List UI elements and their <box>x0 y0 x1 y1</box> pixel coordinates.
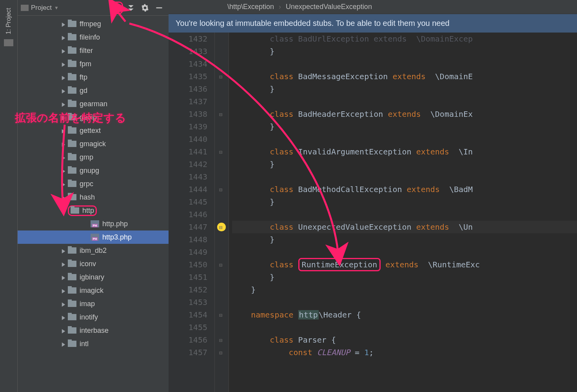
tree-folder[interactable]: gettext <box>18 124 169 137</box>
tree-folder[interactable]: http <box>18 204 169 217</box>
fold-toggle-icon[interactable]: ⊟ <box>217 224 224 231</box>
tree-file[interactable]: http.php <box>18 217 169 230</box>
tree-folder[interactable]: gearman <box>18 97 169 111</box>
tree-folder[interactable]: interbase <box>18 324 169 337</box>
code-line[interactable]: class BadMethodCallException extends \Ba… <box>232 183 577 196</box>
code-line[interactable]: } <box>232 233 577 246</box>
code-line[interactable] <box>232 58 577 70</box>
expand-arrow-icon[interactable] <box>61 328 66 333</box>
code-line[interactable]: } <box>232 45 577 58</box>
code-line[interactable]: } <box>232 283 577 296</box>
tree-item-label: http3.php <box>102 233 132 241</box>
tree-folder[interactable]: ibm_db2 <box>18 244 169 257</box>
expand-arrow-icon[interactable] <box>61 208 66 213</box>
expand-arrow-icon[interactable] <box>83 234 89 240</box>
tree-folder[interactable]: imagick <box>18 284 169 297</box>
fold-toggle-icon[interactable]: ⊟ <box>217 149 224 156</box>
code-line[interactable] <box>232 95 577 108</box>
expand-arrow-icon[interactable] <box>61 141 66 147</box>
code-line[interactable] <box>232 208 577 221</box>
tree-folder[interactable]: hash <box>18 191 169 204</box>
tree-folder[interactable]: gmagick <box>18 137 169 151</box>
expand-arrow-icon[interactable] <box>61 101 66 107</box>
code-editor[interactable]: 1432143314341435143614371438143914401441… <box>169 33 577 392</box>
breadcrumb-segment[interactable]: UnexpectedValueException <box>286 3 372 11</box>
tree-item-label: ftp <box>80 73 87 82</box>
tree-folder[interactable]: gmp <box>18 151 169 164</box>
expand-arrow-icon[interactable] <box>61 181 66 187</box>
project-view-selector[interactable]: Project ▼ <box>21 4 59 12</box>
tree-folder[interactable]: ftp <box>18 71 169 84</box>
code-line[interactable] <box>232 133 577 145</box>
code-line[interactable]: class BadUrlException extends \DomainExc… <box>232 33 577 45</box>
tree-folder[interactable]: gd <box>18 84 169 97</box>
expand-arrow-icon[interactable] <box>61 341 66 347</box>
tree-item-label: gmp <box>80 153 93 162</box>
fold-toggle-icon[interactable]: ⊟ <box>217 261 224 269</box>
expand-arrow-icon[interactable] <box>61 154 66 160</box>
code-line[interactable]: class BadMessageException extends \Domai… <box>232 70 577 83</box>
expand-arrow-icon[interactable] <box>61 74 66 80</box>
folder-icon <box>68 247 76 254</box>
code-line[interactable]: namespace http\Header { <box>232 309 577 321</box>
expand-arrow-icon[interactable] <box>61 128 66 133</box>
fold-toggle-icon[interactable]: ⊟ <box>217 349 224 356</box>
expand-arrow-icon[interactable] <box>61 34 66 40</box>
expand-arrow-icon[interactable] <box>61 301 66 307</box>
code-line[interactable] <box>232 171 577 183</box>
hide-panel-button[interactable] <box>153 2 165 14</box>
code-content[interactable]: class BadUrlException extends \DomainExc… <box>229 33 577 392</box>
expand-arrow-icon[interactable] <box>61 21 66 27</box>
tree-folder[interactable]: iconv <box>18 257 169 270</box>
tree-folder[interactable]: ffmpeg <box>18 17 169 31</box>
code-line[interactable] <box>232 246 577 258</box>
code-line[interactable]: } <box>232 83 577 95</box>
expand-arrow-icon[interactable] <box>61 314 66 320</box>
code-line[interactable]: const CLEANUP = 1; <box>232 346 577 359</box>
expand-arrow-icon[interactable] <box>83 221 89 227</box>
expand-arrow-icon[interactable] <box>61 88 66 93</box>
code-line[interactable]: } <box>232 196 577 208</box>
breadcrumb-segment[interactable]: \http\Exception <box>227 3 274 11</box>
fold-toggle-icon[interactable]: ⊟ <box>217 73 224 80</box>
fold-gutter[interactable]: ⊟⊟⊟⊟⊟⊟⊟⊟⊟ <box>215 33 229 392</box>
code-line[interactable] <box>232 296 577 309</box>
tree-folder[interactable]: fileinfo <box>18 31 169 44</box>
expand-arrow-icon[interactable] <box>61 261 66 267</box>
tree-folder[interactable]: igbinary <box>18 270 169 284</box>
code-line[interactable]: class InvalidArgumentException extends \… <box>232 145 577 158</box>
code-line[interactable]: class RuntimeException extends \RuntimeE… <box>232 258 577 271</box>
tree-folder[interactable]: intl <box>18 337 169 350</box>
expand-arrow-icon[interactable] <box>61 61 66 67</box>
tree-folder[interactable]: fpm <box>18 57 169 71</box>
project-tool-tab[interactable]: 1: Project <box>5 8 12 34</box>
fold-toggle-icon[interactable]: ⊟ <box>217 337 224 344</box>
code-line[interactable]: class Parser { <box>232 334 577 346</box>
code-line[interactable]: } <box>232 120 577 133</box>
project-tree[interactable]: ffmpegfileinfofilterfpmftpgdgearmangeoip… <box>18 16 169 392</box>
tree-folder[interactable]: gnupg <box>18 164 169 177</box>
tree-file[interactable]: http3.php <box>18 230 169 244</box>
locate-file-button[interactable] <box>111 2 123 14</box>
tree-folder[interactable]: imap <box>18 297 169 310</box>
expand-arrow-icon[interactable] <box>61 194 66 200</box>
collapse-all-button[interactable] <box>125 2 137 14</box>
code-line[interactable]: class UnexpectedValueException extends \… <box>232 221 577 233</box>
expand-arrow-icon[interactable] <box>61 274 66 280</box>
code-line[interactable]: } <box>232 158 577 171</box>
tree-folder[interactable]: grpc <box>18 177 169 191</box>
fold-toggle-icon[interactable]: ⊟ <box>217 312 224 319</box>
expand-arrow-icon[interactable] <box>61 168 66 173</box>
tree-folder[interactable]: inotify <box>18 310 169 324</box>
fold-toggle-icon[interactable]: ⊟ <box>217 111 224 118</box>
code-line[interactable]: class BadHeaderException extends \Domain… <box>232 108 577 120</box>
code-line[interactable] <box>232 321 577 334</box>
expand-arrow-icon[interactable] <box>61 288 66 293</box>
settings-button[interactable] <box>139 2 151 14</box>
expand-arrow-icon[interactable] <box>61 48 66 53</box>
fold-toggle-icon[interactable]: ⊟ <box>217 186 224 193</box>
tree-folder[interactable]: filter <box>18 44 169 57</box>
expand-arrow-icon[interactable] <box>61 248 66 253</box>
code-line[interactable]: } <box>232 271 577 283</box>
breadcrumb[interactable]: \http\Exception › UnexpectedValueExcepti… <box>169 0 577 14</box>
